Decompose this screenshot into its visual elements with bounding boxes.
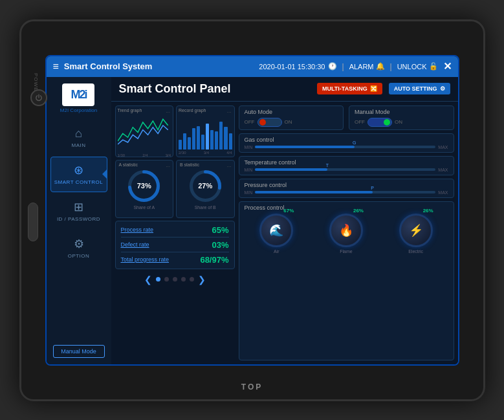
brightness-slider[interactable] [28,203,38,241]
sidebar-item-smart-control[interactable]: ⊛ SMART CONTROL [50,157,107,192]
menu-icon[interactable]: ≡ [53,61,59,72]
gas-control-title: Gas control [245,137,448,143]
pressure-slider-track[interactable]: P [255,191,435,193]
autosetting-button[interactable]: AUTO SETTING ⚙ [389,83,450,94]
page-dot-5[interactable] [190,277,194,282]
home-icon: ⌂ [75,127,82,140]
pressure-slider-fill [255,191,372,193]
electric-icon: ⚡ [409,223,423,238]
sidebar-item-main[interactable]: ⌂ MAIN [50,120,107,155]
stats-row: A statistic ... 73% Share of A [115,160,235,218]
air-icon: 🌊 [269,223,283,238]
temp-control-title: Temperature control [245,159,448,166]
multitasking-button[interactable]: MULTI-TASKING 🔀 [317,83,382,94]
process-rate-label[interactable]: Process rate [121,227,154,233]
total-progress-value: 68/97% [200,255,228,265]
page-dot-4[interactable] [181,277,186,282]
auto-mode-toggle: OFF ON [245,118,338,127]
modes-row: Auto Mode OFF ON [239,105,454,130]
temp-slider-fill [255,168,327,171]
pressure-max: MAX [438,190,448,195]
page-dot-3[interactable] [173,277,177,282]
bar-chart [179,114,232,149]
pressure-control: Pressure control MIN P MAX [239,179,454,198]
a-stat-circle: 73% [126,168,162,204]
pressure-control-title: Pressure control [245,182,448,188]
flame-percent: 26% [353,208,364,214]
temp-thumb-label: T [326,163,329,168]
gas-slider-fill [255,146,354,148]
metric-row-defect: Defect rate 03% [121,240,229,252]
topbar-title: Smart Control System [64,61,254,71]
topbar-divider2: | [390,62,392,71]
nav-label-option: OPTION [68,253,90,259]
close-button[interactable]: ✕ [443,60,452,72]
content-body: Trend graph ... 1/30 2/4 3/4 [111,102,458,364]
a-stat-value: 73% [137,182,151,190]
b-stat-sub: Share of B [195,205,216,210]
content-header: Smart Control Panel MULTI-TASKING 🔀 AUTO… [111,77,458,102]
alarm-button[interactable]: ALARM 🔔 [349,62,385,71]
auto-on-label: ON [285,119,292,125]
left-panel: Trend graph ... 1/30 2/4 3/4 [115,105,235,360]
process-control: Process control 🌊 67% Air [239,201,454,360]
trend-graph: Trend graph ... 1/30 2/4 3/4 [115,105,174,157]
record-graph-label: Record graph [179,108,232,113]
electric-knob: ⚡ 26% [399,214,433,247]
defect-rate-value: 03% [212,240,228,250]
pressure-thumb-label: P [371,186,374,190]
power-button[interactable] [30,89,47,106]
flame-icon: 🔥 [339,223,353,238]
sidebar-item-id-password[interactable]: ⊞ ID / PASSWORD [50,193,107,229]
temp-max: MAX [438,168,448,172]
pressure-min: MIN [245,190,253,195]
temp-control: Temperature control MIN T MAX [239,156,454,175]
gas-control: Gas control MIN G MAX [239,133,454,153]
manual-mode-track[interactable] [367,118,392,127]
page-dot-2[interactable] [164,277,169,282]
gas-slider-track[interactable]: G [255,146,435,148]
temp-slider-track[interactable]: T [255,168,435,171]
topbar: ≡ Smart Control System 2020-01-01 15:30:… [47,56,458,77]
charts-row: Trend graph ... 1/30 2/4 3/4 [115,105,235,157]
metric-row-process: Process rate 65% [121,225,229,238]
page-dot-1[interactable] [156,277,160,282]
air-knob-item[interactable]: 🌊 67% Air [259,214,293,254]
b-statistic: B statistic ... 27% Share of B [176,160,235,218]
b-stat-circle: 27% [188,168,223,204]
a-statistic: A statistic ... 73% Share of A [115,160,174,218]
sidebar-item-option[interactable]: ⚙ OPTION [50,230,107,266]
flame-knob-item[interactable]: 🔥 26% Flame [329,214,363,254]
electric-percent: 26% [423,208,433,214]
defect-rate-label[interactable]: Defect rate [121,241,149,248]
next-page-button[interactable]: ❯ [198,274,206,285]
pagination: ❮ ❯ [115,272,235,286]
nav-label-id-password: ID / PASSWORD [57,216,100,222]
manual-mode-button[interactable]: Manual Mode [53,345,105,358]
air-percent: 67% [283,208,294,214]
prev-page-button[interactable]: ❮ [144,274,152,285]
process-rate-value: 65% [212,225,228,235]
logo: M2i [62,83,94,106]
manual-off-label: OFF [355,119,365,125]
b-stat-value: 27% [198,182,212,190]
electric-label: Electric [408,249,423,254]
electric-knob-item[interactable]: ⚡ 26% Electric [399,214,433,254]
b-stat-label: B statistic [180,162,199,167]
record-graph: Record graph ... [176,105,235,157]
id-icon: ⊞ [74,200,83,214]
manual-mode-title: Manual Mode [355,109,448,115]
auto-mode-track[interactable] [257,118,282,127]
unlock-button[interactable]: UNLOCK 🔓 [397,62,438,71]
metrics-box: Process rate 65% Defect rate 03% Total p… [115,221,235,269]
gas-min: MIN [245,145,253,149]
process-control-title: Process control [245,204,448,211]
a-stat-label: A statistic [119,162,138,167]
auto-mode-box: Auto Mode OFF ON [239,105,344,130]
total-progress-label[interactable]: Total progress rate [121,256,170,263]
smart-control-icon: ⊛ [74,163,83,177]
right-panel: Auto Mode OFF ON [239,105,454,360]
manual-mode-box: Manual Mode OFF ON [349,105,454,130]
nav-label-smart-control: SMART CONTROL [54,179,104,185]
corp-name: M2I Corporation [60,107,97,113]
